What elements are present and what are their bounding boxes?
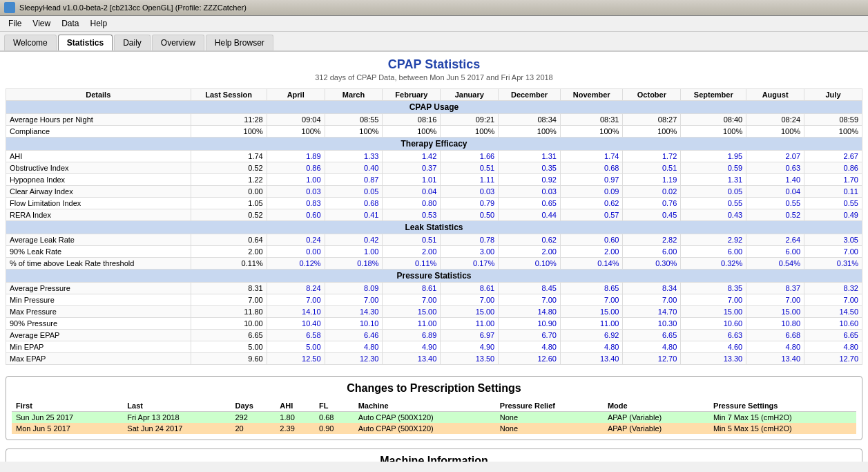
row-march: 100% <box>325 126 383 138</box>
row-march: 1.00 <box>325 246 383 258</box>
row-february: 2.00 <box>383 246 441 258</box>
row-september: 1.31 <box>681 174 746 186</box>
row-label: Max EPAP <box>6 353 191 365</box>
row-december: 0.65 <box>499 198 561 209</box>
row-september: 10.60 <box>681 318 746 330</box>
row-last-session: 0.64 <box>191 234 267 246</box>
row-july: 8.32 <box>804 283 862 294</box>
row-january: 0.51 <box>441 162 499 174</box>
row-september: 08:40 <box>681 114 746 126</box>
row-january: 7.00 <box>441 294 499 306</box>
row-december: 0.03 <box>499 186 561 198</box>
tab-overview[interactable]: Overview <box>152 35 204 50</box>
section-header-row: Pressure Statistics <box>6 270 862 283</box>
presc-days: 292 <box>231 412 276 424</box>
row-last-session: 0.00 <box>191 186 267 198</box>
row-label: % of time above Leak Rate threshold <box>6 258 191 270</box>
row-november: 0.60 <box>560 234 623 246</box>
title-bar-text: SleepyHead v1.0.0-beta-2 [cb213cc OpenGL… <box>19 3 247 12</box>
row-february: 8.61 <box>383 283 441 294</box>
section-header-label: Pressure Statistics <box>6 270 862 283</box>
row-october: 0.45 <box>623 209 681 221</box>
machine-title: Machine Information <box>12 455 856 462</box>
col-april: April <box>267 89 325 101</box>
row-march: 0.41 <box>325 209 383 221</box>
row-march: 10.10 <box>325 318 383 330</box>
row-january: 11.00 <box>441 318 499 330</box>
main-content: CPAP Statistics 312 days of CPAP Data, b… <box>0 52 868 462</box>
tab-welcome[interactable]: Welcome <box>4 35 57 50</box>
row-march: 14.30 <box>325 306 383 318</box>
row-january: 4.90 <box>441 341 499 353</box>
row-last-session: 0.11% <box>191 258 267 270</box>
row-april: 1.89 <box>267 151 325 162</box>
row-april: 100% <box>267 126 325 138</box>
row-august: 0.52 <box>746 209 804 221</box>
row-december: 14.80 <box>499 306 561 318</box>
table-row: Compliance100%100%100%100%100%100%100%10… <box>6 126 862 138</box>
row-september: 6.00 <box>681 246 746 258</box>
row-september: 0.32% <box>681 258 746 270</box>
tab-help-browser[interactable]: Help Browser <box>206 35 273 50</box>
row-july: 0.49 <box>804 209 862 221</box>
row-january: 0.50 <box>441 209 499 221</box>
tab-statistics[interactable]: Statistics <box>58 35 113 50</box>
col-october: October <box>623 89 681 101</box>
col-july: July <box>804 89 862 101</box>
row-august: 13.40 <box>746 353 804 365</box>
table-row: Average Hours per Night11:2809:0408:5508… <box>6 114 862 126</box>
row-label: Min Pressure <box>6 294 191 306</box>
col-february: February <box>383 89 441 101</box>
row-march: 1.33 <box>325 151 383 162</box>
row-february: 0.04 <box>383 186 441 198</box>
row-october: 0.02 <box>623 186 681 198</box>
row-october: 1.19 <box>623 174 681 186</box>
menu-help[interactable]: Help <box>85 17 113 30</box>
row-september: 2.92 <box>681 234 746 246</box>
row-march: 6.46 <box>325 330 383 341</box>
row-april: 0.12% <box>267 258 325 270</box>
tab-daily[interactable]: Daily <box>114 35 151 50</box>
menu-data[interactable]: Data <box>56 17 84 30</box>
presc-first: Mon Jun 5 2017 <box>12 423 123 434</box>
row-april: 0.00 <box>267 246 325 258</box>
row-september: 4.60 <box>681 341 746 353</box>
row-february: 4.90 <box>383 341 441 353</box>
row-march: 4.80 <box>325 341 383 353</box>
row-december: 08:34 <box>499 114 561 126</box>
presc-mode: APAP (Variable) <box>604 412 709 424</box>
presc-fl: 0.68 <box>315 412 354 424</box>
row-april: 0.60 <box>267 209 325 221</box>
row-last-session: 7.00 <box>191 294 267 306</box>
table-row: Obstructive Index0.520.860.400.370.510.3… <box>6 162 862 174</box>
table-row: Average EPAP6.656.586.466.896.976.706.92… <box>6 330 862 341</box>
presc-first: Sun Jun 25 2017 <box>12 412 123 424</box>
menu-view[interactable]: View <box>27 17 56 30</box>
row-july: 100% <box>804 126 862 138</box>
row-august: 08:24 <box>746 114 804 126</box>
row-february: 11.00 <box>383 318 441 330</box>
row-label: RERA Index <box>6 209 191 221</box>
presc-fl: 0.90 <box>315 423 354 434</box>
table-row: 90% Pressure10.0010.4010.1011.0011.0010.… <box>6 318 862 330</box>
row-february: 13.40 <box>383 353 441 365</box>
row-last-session: 1.74 <box>191 151 267 162</box>
row-july: 0.31% <box>804 258 862 270</box>
row-last-session: 1.22 <box>191 174 267 186</box>
section-header-row: Leak Statistics <box>6 221 862 234</box>
col-details: Details <box>6 89 191 101</box>
row-october: 8.34 <box>623 283 681 294</box>
row-april: 0.86 <box>267 162 325 174</box>
row-february: 100% <box>383 126 441 138</box>
row-july: 0.86 <box>804 162 862 174</box>
machine-section: Machine Information <box>6 449 862 462</box>
row-october: 0.30% <box>623 258 681 270</box>
page-title: CPAP Statistics <box>6 57 862 72</box>
row-last-session: 1.05 <box>191 198 267 209</box>
menu-file[interactable]: File <box>3 17 27 30</box>
row-august: 8.37 <box>746 283 804 294</box>
row-january: 15.00 <box>441 306 499 318</box>
presc-ahi: 2.39 <box>276 423 315 434</box>
presc-last: Sat Jun 24 2017 <box>123 423 231 434</box>
presc-col-pressure-settings: Pressure Settings <box>709 400 856 412</box>
